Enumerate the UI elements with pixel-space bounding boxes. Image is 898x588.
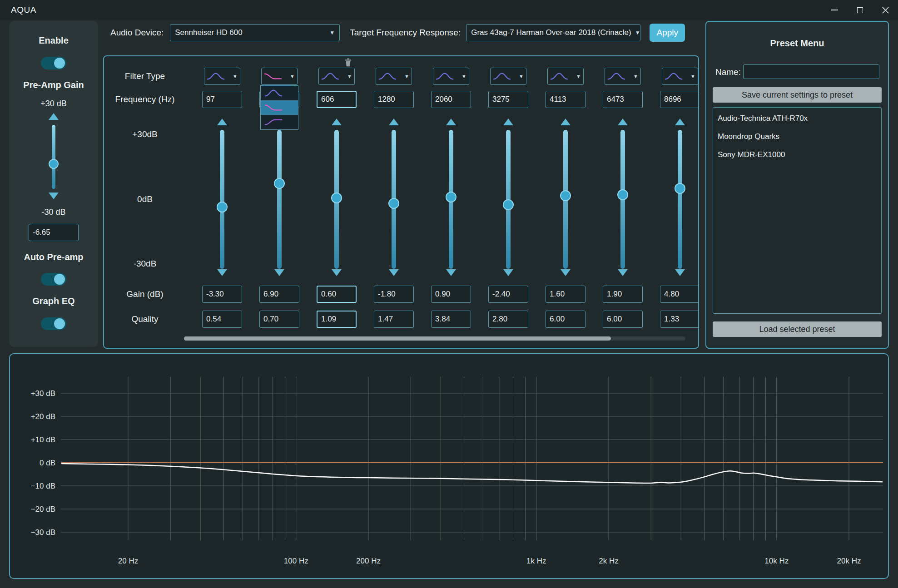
gain-step-down-arrow[interactable] — [561, 269, 571, 276]
frequency-input[interactable] — [202, 91, 242, 108]
quality-input[interactable] — [660, 311, 699, 328]
preset-name-input[interactable] — [743, 64, 879, 79]
target-response-select[interactable]: Gras 43ag-7 Harman Over-ear 2018 (Crinac… — [466, 24, 640, 41]
filter-type-select[interactable]: ▼ — [433, 68, 469, 85]
preamp-up-arrow[interactable] — [49, 113, 59, 120]
gain-step-down-arrow[interactable] — [274, 269, 284, 276]
gain-input[interactable] — [546, 286, 585, 303]
gain-step-up-arrow[interactable] — [217, 119, 227, 125]
gain-step-down-arrow[interactable] — [217, 269, 227, 276]
filter-type-select[interactable]: ▼ — [547, 68, 584, 85]
preset-list-item[interactable]: Audio-Technica ATH-R70x — [713, 109, 881, 128]
gain-step-up-arrow[interactable] — [675, 119, 685, 125]
apply-button[interactable]: Apply — [650, 24, 685, 42]
quality-input[interactable] — [259, 311, 299, 328]
preamp-slider-thumb[interactable] — [49, 159, 59, 169]
gain-step-up-arrow[interactable] — [618, 119, 628, 125]
filter-type-select[interactable]: ▼ — [605, 68, 641, 85]
gain-input[interactable] — [374, 286, 414, 303]
graph-eq-toggle[interactable] — [41, 317, 66, 330]
gain-step-up-arrow[interactable] — [389, 119, 399, 125]
gain-step-down-arrow[interactable] — [446, 269, 456, 276]
frequency-input[interactable] — [374, 91, 414, 108]
gain-slider-track[interactable] — [563, 130, 568, 269]
gain-input[interactable] — [431, 286, 471, 303]
gain-slider-thumb[interactable] — [217, 202, 228, 212]
gain-slider-thumb[interactable] — [274, 178, 285, 189]
gain-input[interactable] — [202, 286, 242, 303]
filter-type-select[interactable]: ▼ — [204, 68, 240, 85]
filter-type-select[interactable]: ▼ — [662, 68, 698, 85]
preamp-slider-track[interactable] — [52, 125, 55, 189]
quality-input[interactable] — [202, 311, 242, 328]
frequency-input[interactable] — [603, 91, 643, 108]
gain-slider-thumb[interactable] — [446, 192, 456, 203]
gain-step-up-arrow[interactable] — [332, 119, 342, 125]
audio-device-select[interactable]: Sennheiser HD 600 ▼ — [170, 24, 340, 41]
gain-slider-thumb[interactable] — [560, 190, 571, 201]
auto-preamp-toggle[interactable] — [41, 273, 66, 286]
preamp-value-input[interactable] — [29, 224, 79, 241]
filter-option-peak[interactable] — [261, 86, 298, 100]
gain-step-up-arrow[interactable] — [446, 119, 456, 125]
enable-toggle[interactable] — [41, 57, 66, 69]
gain-step-up-arrow[interactable] — [561, 119, 571, 125]
filter-option-low-shelf[interactable] — [261, 100, 298, 115]
gain-slider-thumb[interactable] — [388, 198, 399, 209]
frequency-input[interactable] — [431, 91, 471, 108]
filter-type-select[interactable]: ▼ — [318, 68, 355, 85]
gain-slider-track[interactable] — [620, 130, 625, 269]
gain-slider-track[interactable] — [220, 130, 224, 269]
gain-step-down-arrow[interactable] — [503, 269, 513, 276]
quality-input[interactable] — [374, 311, 414, 328]
close-button[interactable] — [873, 0, 898, 20]
gain-step-down-arrow[interactable] — [389, 269, 399, 276]
gain-input[interactable] — [660, 286, 699, 303]
gain-step-down-arrow[interactable] — [618, 269, 628, 276]
gain-input[interactable] — [259, 286, 299, 303]
delete-band-button[interactable] — [343, 57, 353, 69]
frequency-input[interactable] — [546, 91, 585, 108]
filter-option-high-shelf[interactable] — [261, 115, 298, 129]
frequency-input[interactable] — [317, 91, 357, 108]
gain-slider-track[interactable] — [392, 130, 396, 269]
minimize-icon — [831, 10, 838, 10]
frequency-response-graph-panel: +30 dB+20 dB+10 dB0 dB−10 dB−20 dB−30 dB… — [9, 353, 889, 579]
maximize-button[interactable] — [847, 0, 873, 20]
eq-scrollbar-handle[interactable] — [184, 336, 611, 341]
gain-slider-track[interactable] — [678, 130, 682, 269]
gain-step-down-arrow[interactable] — [332, 269, 342, 276]
preset-list-item[interactable]: Sony MDR-EX1000 — [713, 146, 881, 164]
preamp-down-arrow[interactable] — [49, 193, 59, 199]
gain-step-down-arrow[interactable] — [675, 269, 685, 276]
minimize-button[interactable] — [822, 0, 847, 20]
gain-input[interactable] — [317, 286, 357, 303]
frequency-input[interactable] — [488, 91, 528, 108]
eq-horizontal-scrollbar[interactable] — [184, 336, 685, 341]
gain-slider-thumb[interactable] — [503, 199, 514, 210]
scale-min-label: -30dB — [104, 259, 186, 269]
gain-step-up-arrow[interactable] — [503, 119, 513, 125]
gain-input[interactable] — [603, 286, 643, 303]
gain-slider-track[interactable] — [506, 130, 511, 269]
quality-input[interactable] — [317, 311, 357, 328]
filter-type-select[interactable]: ▼ — [376, 68, 412, 85]
gain-slider-thumb[interactable] — [617, 189, 628, 200]
filter-type-select[interactable]: ▼ — [490, 68, 526, 85]
gain-slider-track[interactable] — [449, 130, 453, 269]
quality-input[interactable] — [431, 311, 471, 328]
gain-slider-thumb[interactable] — [675, 183, 685, 194]
quality-input[interactable] — [546, 311, 585, 328]
load-preset-button[interactable]: Load selected preset — [713, 321, 882, 337]
peak-filter-curve-icon — [493, 72, 511, 81]
quality-input[interactable] — [603, 311, 643, 328]
gain-slider-track[interactable] — [277, 130, 282, 269]
preset-list-item[interactable]: Moondrop Quarks — [713, 128, 881, 146]
quality-input[interactable] — [488, 311, 528, 328]
frequency-input[interactable] — [660, 91, 699, 108]
save-preset-button[interactable]: Save current settings to preset — [713, 87, 882, 103]
gain-slider-track[interactable] — [334, 130, 339, 269]
gain-input[interactable] — [488, 286, 528, 303]
filter-type-select[interactable]: ▼ — [261, 68, 298, 85]
gain-slider-thumb[interactable] — [331, 193, 342, 203]
